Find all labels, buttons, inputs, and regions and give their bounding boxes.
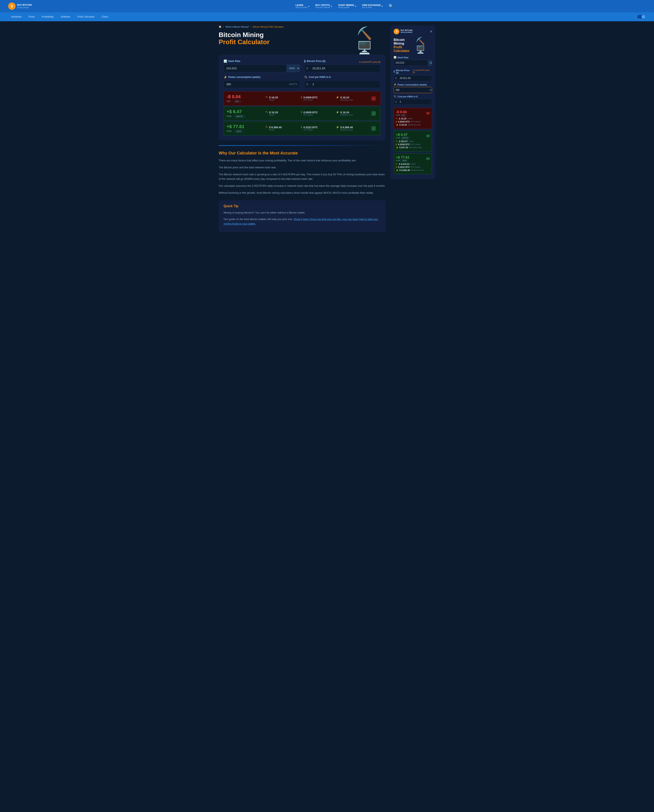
sidebar-btc-label: ₿ Bitcoin Price ($) bbox=[394, 69, 413, 74]
sidebar-power-input[interactable] bbox=[394, 87, 428, 93]
month-mined-cell: ⛏ $ 18.20 Mined bbox=[266, 111, 299, 116]
sidebar-btc-price-input[interactable] bbox=[398, 75, 432, 81]
sidebar-month-btc: ₿ 0.0268 BTC BTC Mined bbox=[396, 143, 430, 146]
year-expand-button[interactable]: ↗ bbox=[371, 126, 376, 131]
article-para-2: The Bitcoin price and the total network … bbox=[219, 165, 385, 170]
site-logo[interactable]: ₿ BUY BITCOIN WORLDWIDE bbox=[8, 3, 37, 10]
cost-group: 🔌 Cost per KW/h in $ $ bbox=[304, 75, 380, 88]
toggle-knob bbox=[642, 15, 645, 18]
sidebar-cost-prefix: $ bbox=[394, 100, 398, 103]
page-title-block: Bitcoin Mining Profit Calculator bbox=[219, 31, 270, 46]
day-profit-cell: -$ 0.04 DAY DAY bbox=[227, 94, 263, 103]
sidebar-cost-input[interactable] bbox=[398, 99, 432, 105]
pickaxe-icon: ⛏ bbox=[266, 111, 268, 114]
year-btc-label: BTC Mined bbox=[304, 129, 318, 131]
sidebar-day-close[interactable]: ✕ bbox=[426, 112, 430, 115]
bottom-input-row: ⚡ Power consumption (watts) WATTS 🔌 Cost… bbox=[223, 75, 380, 88]
main-container: 🏠 › What is Bitcoin Mining? › Bitcoin Mi… bbox=[215, 21, 439, 241]
sidebar-power-label: ⚡ Power consumption (watts) bbox=[394, 83, 432, 86]
sidebar-day-header: -$ 0.04 Profit DAY ✕ bbox=[396, 110, 430, 116]
subnav-profitability[interactable]: Profitability bbox=[39, 14, 57, 20]
sidebar-cost-icon: 🔌 bbox=[394, 95, 396, 98]
sidebar-current-btc[interactable]: ⟳ Current BTC price ($) bbox=[413, 69, 432, 73]
nav-learn[interactable]: LEARN Stats & guides ▾ bbox=[295, 4, 309, 8]
year-period-badge: YEAR bbox=[234, 130, 243, 133]
pickaxe-icon: ⛏ bbox=[266, 126, 268, 129]
day-btc-value: 0.0009 BTC bbox=[304, 96, 318, 99]
month-profit-label: Profit bbox=[227, 115, 231, 117]
sidebar-power-wrapper: WATTS bbox=[394, 87, 432, 93]
menu-icon[interactable]: ≡ bbox=[430, 30, 432, 33]
year-elec-label: Electricity costs bbox=[340, 129, 353, 131]
sidebar-hash-rate-unit[interactable]: GH/s TH/s bbox=[428, 60, 432, 66]
electricity-icon: ⚡ bbox=[336, 96, 339, 99]
sidebar-year-elec: ⚡ $ 6,566.40 Electricity costs bbox=[396, 169, 430, 172]
article-body: There are many factors that affect your … bbox=[219, 158, 385, 195]
month-period-badge: MONTH bbox=[234, 115, 244, 118]
result-row-year: +$ 77.61 Profit YEAR ⛏ $ 6,566.40 Mined bbox=[223, 121, 380, 135]
subnav-hardware[interactable]: Hardware bbox=[8, 14, 24, 20]
subnav-software[interactable]: Software bbox=[58, 14, 73, 20]
article-para-4: Our calculator assumes the 0.4527678% da… bbox=[219, 184, 385, 188]
cost-input[interactable] bbox=[310, 81, 380, 88]
day-elec-label: Electricity costs bbox=[340, 99, 353, 101]
sidebar-logo-row: ₿ BUY BITCOIN WORLDWIDE ≡ bbox=[394, 29, 432, 34]
dark-mode-toggle[interactable] bbox=[637, 15, 646, 19]
sidebar-year-expand[interactable]: ↗ bbox=[426, 157, 430, 160]
subnav-pools[interactable]: Pools bbox=[26, 14, 38, 20]
calculator-card: 📊 Hash Rate GH/s TH/s MH/s bbox=[219, 55, 385, 140]
year-profit-label: Profit bbox=[227, 130, 231, 132]
sidebar-year-mined: ⛏ $ 6,644.01 Mined bbox=[396, 163, 430, 165]
btc-label-row: ₿ Bitcoin Price ($) ⟳ Current BTC price … bbox=[304, 60, 380, 64]
sidebar-year-badge: YEAR bbox=[401, 159, 408, 162]
sidebar-month-expand[interactable]: ↗ bbox=[426, 135, 430, 137]
power-input[interactable] bbox=[224, 81, 287, 88]
breadcrumb-parent[interactable]: What is Bitcoin Mining? bbox=[226, 26, 249, 28]
hashrate-icon: 📊 bbox=[223, 60, 227, 63]
bitcoin-price-input[interactable] bbox=[310, 64, 380, 72]
sidebar-cost-label: 🔌 Cost per KW/h in $ bbox=[394, 95, 432, 98]
month-mined-value: $ 18.20 bbox=[269, 111, 278, 114]
sidebar-btc-label-row: ₿ Bitcoin Price ($) ⟳ Current BTC price … bbox=[394, 67, 432, 75]
sidebar-illustration: ⛏️🖥️ bbox=[416, 37, 432, 54]
page-title-sub: Profit Calculator bbox=[219, 38, 270, 46]
month-expand-button[interactable]: ↗ bbox=[371, 111, 376, 116]
pickaxe-icon: ⛏ bbox=[266, 96, 268, 99]
sidebar-hash-rate-input[interactable] bbox=[394, 60, 428, 66]
hash-rate-unit-select[interactable]: GH/s TH/s MH/s bbox=[287, 64, 300, 72]
article-title: Why Our Calculator is the Most Accurate bbox=[219, 151, 385, 155]
sidebar-result-day: -$ 0.04 Profit DAY ✕ ⛏ $ 18.20 Mined ₿ bbox=[394, 108, 432, 129]
hash-rate-input[interactable] bbox=[224, 64, 287, 72]
home-icon[interactable]: 🏠 bbox=[219, 25, 222, 28]
sidebar-logo-sub: WORLDWIDE bbox=[400, 32, 413, 34]
sidebar-dollar-prefix: $ bbox=[394, 77, 398, 80]
bitcoin-price-label: ₿ Bitcoin Price ($) bbox=[304, 60, 325, 63]
hash-rate-input-wrapper: GH/s TH/s MH/s bbox=[223, 64, 300, 72]
sidebar-elec-icon: ⚡ bbox=[396, 169, 398, 172]
sidebar-day-profit: -$ 0.04 bbox=[396, 110, 407, 114]
current-btc-button[interactable]: ⟳ Current BTC price ($) bbox=[359, 61, 380, 63]
subnav-china[interactable]: China bbox=[99, 14, 111, 20]
btc-mined-icon: ₿ bbox=[301, 96, 302, 99]
nav-start-mining[interactable]: START MINING Mining guides ▾ bbox=[338, 4, 356, 8]
cost-dollar-prefix: $ bbox=[304, 83, 310, 86]
nav-buy-crypto[interactable]: BUY CRYPTO Payment methods ▾ bbox=[315, 4, 332, 8]
day-expand-button[interactable]: ✕ bbox=[371, 97, 376, 101]
sidebar-hash-rate-wrapper: GH/s TH/s bbox=[394, 60, 432, 66]
quick-tip-box: Quick Tip Mining or buying bitcoins? You… bbox=[219, 200, 385, 232]
month-btc-label: BTC Mined bbox=[304, 114, 318, 116]
quick-tip-para-1: Mining or buying bitcoins? You can't do … bbox=[223, 210, 380, 215]
subnav-profit-calculator[interactable]: Profit Calculator bbox=[74, 14, 98, 20]
sidebar-day-btc: ₿ 0.0009 BTC BTC Mined bbox=[396, 121, 430, 123]
quick-tip-para-2: Our guide on the best bitcoin wallets wi… bbox=[223, 217, 380, 226]
sidebar-pickaxe-icon: ⛏ bbox=[396, 140, 398, 142]
sidebar-btc-icon: ₿ bbox=[396, 143, 397, 146]
search-icon[interactable]: 🔍 bbox=[389, 4, 393, 8]
year-btc-cell: ₿ 0.3222 BTC BTC Mined bbox=[301, 126, 334, 131]
sidebar-year-header: +$ 77.61 Profit YEAR ↗ bbox=[396, 155, 430, 162]
section-divider bbox=[219, 145, 385, 146]
sidebar: ₿ BUY BITCOIN WORLDWIDE ≡ Bitcoin Mining… bbox=[390, 25, 435, 232]
nav-find-exchange[interactable]: FIND EXCHANGE Buy & trade ▾ bbox=[362, 4, 383, 8]
month-elec-value: $ 18.24 bbox=[340, 111, 353, 114]
quick-tip-body: Mining or buying bitcoins? You can't do … bbox=[223, 210, 380, 226]
